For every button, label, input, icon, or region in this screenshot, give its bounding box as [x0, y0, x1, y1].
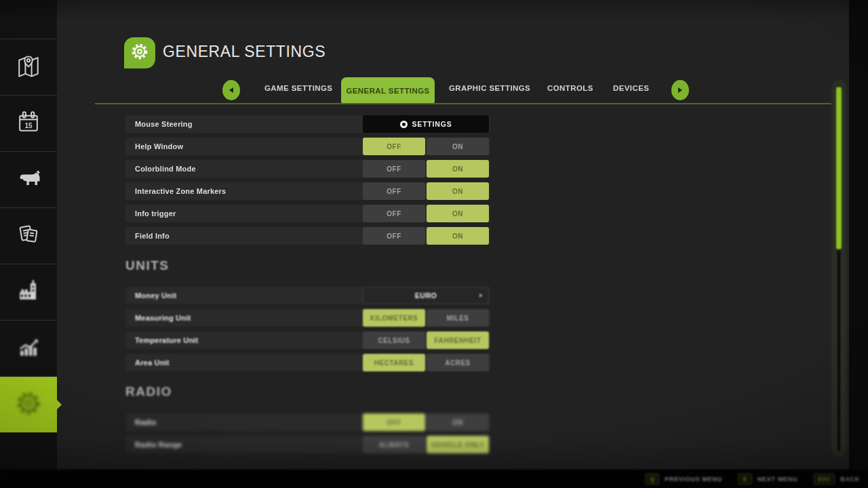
tabs-next-button[interactable] — [671, 80, 689, 100]
toggle-option[interactable]: ALWAYS — [363, 436, 425, 453]
toggle-option[interactable]: OFF — [363, 413, 425, 431]
tab-graphic-settings[interactable]: GRAPHIC SETTINGS — [449, 84, 530, 92]
toggle-group: OFFON — [363, 227, 489, 245]
sidebar: 15 — [0, 0, 57, 470]
setting-row: Radio RangeALWAYSVEHICLE ONLY — [125, 436, 490, 453]
toggle-option[interactable]: OFF — [363, 138, 425, 155]
gear-icon — [130, 41, 150, 64]
toggle-option[interactable]: ON — [427, 227, 489, 245]
calendar-icon: 15 — [14, 107, 43, 140]
sidebar-item-statistics[interactable] — [0, 320, 57, 376]
hint-label: BACK — [840, 476, 860, 483]
toggle-option[interactable]: ON — [427, 413, 489, 431]
toggle-option[interactable]: MILES — [427, 309, 489, 327]
chevron-left-icon — [229, 87, 233, 93]
setting-row: Field InfoOFFON — [125, 227, 490, 245]
sidebar-item-animals[interactable] — [0, 151, 57, 207]
settings-rows-general: Mouse SteeringSETTINGSHelp WindowOFFONCo… — [125, 115, 490, 249]
app-window: 15 — [0, 0, 868, 488]
setting-label: Money Unit — [135, 291, 176, 300]
tab-devices[interactable]: DEVICES — [613, 84, 649, 92]
main-panel: GENERAL SETTINGS GAME SETTINGS GENERAL S… — [57, 0, 849, 470]
setting-row: RadioOFFON — [125, 413, 490, 431]
sidebar-item-contracts[interactable] — [0, 207, 57, 264]
sidebar-item-production[interactable] — [0, 264, 57, 320]
toggle-group: OFFON — [363, 138, 489, 155]
setting-label: Help Window — [135, 142, 183, 150]
setting-row: Area UnitHECTARESACRES — [125, 354, 490, 371]
key-icon: ESC — [814, 474, 835, 485]
gear-icon — [14, 388, 43, 421]
tab-underline — [95, 103, 841, 104]
toggle-option[interactable]: FAHRENHEIT — [427, 331, 489, 349]
hint-label: NEXT MENU — [757, 476, 797, 483]
toggle-option[interactable]: OFF — [363, 182, 425, 200]
setting-row: Measuring UnitKILOMETERSMILES — [125, 309, 490, 327]
scrollbar-thumb[interactable] — [836, 87, 842, 249]
toggle-option[interactable]: VEHICLE ONLY — [427, 436, 489, 453]
toggle-option[interactable]: ON — [427, 138, 489, 155]
tab-general-settings[interactable]: GENERAL SETTINGS — [341, 77, 435, 104]
page-gear-badge — [124, 37, 155, 68]
scrollbar[interactable] — [831, 80, 846, 457]
toggle-option[interactable]: OFF — [363, 227, 425, 245]
setting-label: Interactive Zone Markers — [135, 187, 226, 195]
toggle-group: KILOMETERSMILES — [363, 309, 489, 327]
setting-label: Radio — [135, 418, 157, 426]
svg-text:15: 15 — [24, 122, 33, 129]
toggle-option[interactable]: ON — [427, 182, 489, 200]
setting-label: Colorblind Mode — [135, 165, 196, 173]
settings-button[interactable]: SETTINGS — [363, 115, 489, 133]
map-icon — [14, 51, 43, 83]
documents-icon — [14, 220, 43, 252]
setting-row: Colorblind ModeOFFON — [125, 160, 490, 178]
toggle-option[interactable]: ON — [427, 160, 489, 178]
sidebar-item-map[interactable] — [0, 39, 57, 95]
setting-label: Temperature Unit — [135, 336, 198, 344]
toggle-option[interactable]: ON — [427, 205, 489, 222]
cow-icon — [14, 163, 43, 196]
dropdown-selector[interactable]: EURO — [363, 287, 489, 304]
toggle-option[interactable]: KILOMETERS — [363, 309, 425, 327]
toggle-option[interactable]: HECTARES — [363, 354, 425, 371]
toggle-option[interactable]: ACRES — [427, 354, 489, 371]
toggle-group: OFFON — [363, 413, 489, 431]
sidebar-logo-area — [0, 0, 57, 39]
toggle-group: OFFON — [363, 205, 489, 222]
tabs-prev-button[interactable] — [222, 80, 240, 100]
setting-label: Mouse Steering — [135, 120, 193, 128]
tab-game-settings[interactable]: GAME SETTINGS — [264, 84, 332, 92]
sidebar-item-settings[interactable] — [0, 376, 57, 432]
toggle-group: OFFON — [363, 160, 489, 178]
setting-row: Info triggerOFFON — [125, 205, 490, 222]
key-icon: E — [738, 474, 752, 485]
toggle-group: ALWAYSVEHICLE ONLY — [363, 436, 489, 453]
gear-icon — [400, 121, 408, 128]
footer-bar: Q PREVIOUS MENU E NEXT MENU ESC BACK — [0, 470, 868, 488]
hint-back: ESC BACK — [814, 474, 860, 485]
toggle-group: OFFON — [363, 182, 489, 200]
toggle-option[interactable]: OFF — [363, 160, 425, 178]
setting-row: Money UnitEURO — [125, 287, 490, 304]
section-title-units: UNITS — [125, 258, 170, 273]
chart-icon — [14, 332, 43, 365]
sidebar-item-calendar[interactable]: 15 — [0, 95, 57, 151]
setting-label: Area Unit — [135, 359, 170, 367]
hint-previous-menu: Q PREVIOUS MENU — [646, 474, 722, 485]
sidebar-filler — [0, 432, 57, 469]
toggle-option[interactable]: CELSIUS — [363, 331, 425, 349]
setting-label: Info trigger — [135, 209, 176, 218]
button-label: SETTINGS — [412, 120, 452, 128]
toggle-option[interactable]: OFF — [363, 205, 425, 222]
setting-row: Interactive Zone MarkersOFFON — [125, 182, 490, 200]
setting-label: Field Info — [135, 232, 170, 240]
setting-row: Mouse SteeringSETTINGS — [125, 115, 490, 133]
chevron-right-icon — [479, 293, 483, 298]
tab-label: GENERAL SETTINGS — [346, 87, 429, 95]
hint-label: PREVIOUS MENU — [665, 476, 722, 483]
tab-controls[interactable]: CONTROLS — [547, 84, 593, 92]
toggle-group: CELSIUSFAHRENHEIT — [363, 331, 489, 349]
section-title-radio: RADIO — [125, 384, 172, 399]
setting-row: Help WindowOFFON — [125, 138, 490, 155]
tab-bar: GAME SETTINGS GENERAL SETTINGS GRAPHIC S… — [57, 77, 849, 104]
